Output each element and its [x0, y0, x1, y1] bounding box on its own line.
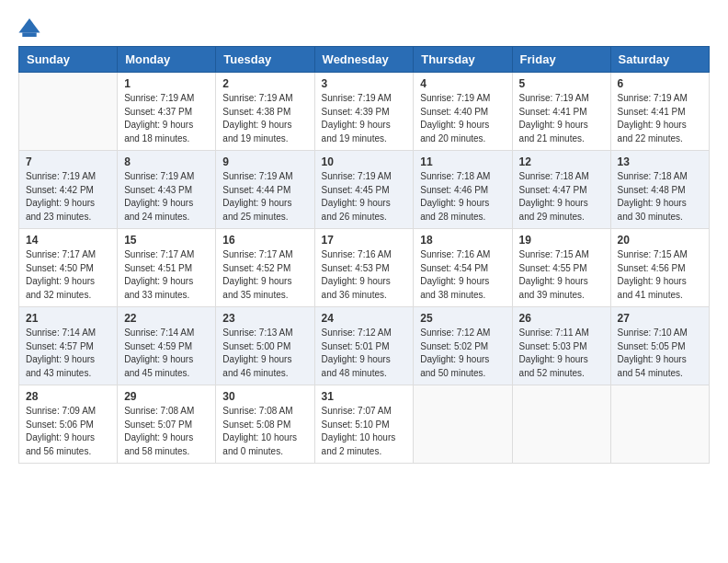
cell-info: Sunrise: 7:08 AM Sunset: 5:08 PM Dayligh… — [222, 405, 307, 458]
calendar-cell: 23Sunrise: 7:13 AM Sunset: 5:00 PM Dayli… — [216, 307, 314, 385]
col-header-monday: Monday — [118, 47, 216, 73]
day-number: 16 — [222, 234, 307, 247]
page-header — [18, 18, 710, 37]
cell-info: Sunrise: 7:18 AM Sunset: 4:47 PM Dayligh… — [519, 170, 604, 224]
calendar-cell: 3Sunrise: 7:19 AM Sunset: 4:39 PM Daylig… — [314, 73, 414, 151]
cell-info: Sunrise: 7:12 AM Sunset: 5:02 PM Dayligh… — [420, 327, 505, 380]
calendar-cell: 16Sunrise: 7:17 AM Sunset: 4:52 PM Dayli… — [216, 229, 314, 307]
day-number: 26 — [519, 312, 604, 325]
day-number: 6 — [618, 77, 702, 90]
cell-info: Sunrise: 7:16 AM Sunset: 4:53 PM Dayligh… — [322, 248, 407, 302]
day-number: 30 — [222, 390, 307, 403]
day-number: 10 — [322, 155, 407, 168]
svg-marker-0 — [18, 18, 40, 32]
col-header-wednesday: Wednesday — [314, 47, 414, 73]
svg-rect-1 — [22, 32, 36, 37]
week-row-1: 1Sunrise: 7:19 AM Sunset: 4:37 PM Daylig… — [19, 73, 710, 151]
calendar-cell: 29Sunrise: 7:08 AM Sunset: 5:07 PM Dayli… — [118, 385, 216, 464]
calendar-cell: 5Sunrise: 7:19 AM Sunset: 4:41 PM Daylig… — [512, 73, 610, 151]
cell-info: Sunrise: 7:19 AM Sunset: 4:40 PM Dayligh… — [420, 92, 505, 145]
day-number: 27 — [618, 312, 702, 325]
calendar-cell: 6Sunrise: 7:19 AM Sunset: 4:41 PM Daylig… — [610, 73, 709, 151]
calendar-cell: 4Sunrise: 7:19 AM Sunset: 4:40 PM Daylig… — [414, 73, 512, 151]
col-header-tuesday: Tuesday — [216, 47, 314, 73]
calendar-cell: 27Sunrise: 7:10 AM Sunset: 5:05 PM Dayli… — [610, 307, 709, 385]
week-row-2: 7Sunrise: 7:19 AM Sunset: 4:42 PM Daylig… — [19, 151, 710, 229]
cell-info: Sunrise: 7:18 AM Sunset: 4:46 PM Dayligh… — [420, 170, 505, 224]
day-number: 20 — [618, 234, 702, 247]
cell-info: Sunrise: 7:19 AM Sunset: 4:39 PM Dayligh… — [322, 92, 407, 145]
calendar-cell: 17Sunrise: 7:16 AM Sunset: 4:53 PM Dayli… — [314, 229, 414, 307]
cell-info: Sunrise: 7:12 AM Sunset: 5:01 PM Dayligh… — [322, 327, 407, 380]
calendar-cell: 18Sunrise: 7:16 AM Sunset: 4:54 PM Dayli… — [414, 229, 512, 307]
day-number: 12 — [519, 155, 604, 168]
cell-info: Sunrise: 7:15 AM Sunset: 4:56 PM Dayligh… — [618, 248, 702, 302]
calendar-cell: 11Sunrise: 7:18 AM Sunset: 4:46 PM Dayli… — [414, 151, 512, 229]
calendar-cell: 21Sunrise: 7:14 AM Sunset: 4:57 PM Dayli… — [19, 307, 118, 385]
calendar-cell: 31Sunrise: 7:07 AM Sunset: 5:10 PM Dayli… — [314, 385, 414, 464]
calendar-cell — [414, 385, 512, 464]
logo — [18, 18, 44, 37]
calendar-cell: 19Sunrise: 7:15 AM Sunset: 4:55 PM Dayli… — [512, 229, 610, 307]
day-number: 9 — [222, 155, 307, 168]
calendar-cell: 12Sunrise: 7:18 AM Sunset: 4:47 PM Dayli… — [512, 151, 610, 229]
cell-info: Sunrise: 7:19 AM Sunset: 4:41 PM Dayligh… — [519, 92, 604, 145]
calendar-cell: 7Sunrise: 7:19 AM Sunset: 4:42 PM Daylig… — [19, 151, 118, 229]
col-header-thursday: Thursday — [414, 47, 512, 73]
calendar-cell: 30Sunrise: 7:08 AM Sunset: 5:08 PM Dayli… — [216, 385, 314, 464]
cell-info: Sunrise: 7:09 AM Sunset: 5:06 PM Dayligh… — [26, 405, 110, 458]
day-number: 28 — [26, 390, 110, 403]
calendar-cell — [512, 385, 610, 464]
col-header-sunday: Sunday — [19, 47, 118, 73]
calendar-cell — [610, 385, 709, 464]
calendar-cell: 10Sunrise: 7:19 AM Sunset: 4:45 PM Dayli… — [314, 151, 414, 229]
calendar-cell: 1Sunrise: 7:19 AM Sunset: 4:37 PM Daylig… — [118, 73, 216, 151]
day-number: 4 — [420, 77, 505, 90]
day-number: 5 — [519, 77, 604, 90]
cell-info: Sunrise: 7:19 AM Sunset: 4:37 PM Dayligh… — [124, 92, 209, 145]
calendar-cell: 14Sunrise: 7:17 AM Sunset: 4:50 PM Dayli… — [19, 229, 118, 307]
cell-info: Sunrise: 7:19 AM Sunset: 4:42 PM Dayligh… — [26, 170, 110, 224]
day-number: 23 — [222, 312, 307, 325]
calendar-cell: 28Sunrise: 7:09 AM Sunset: 5:06 PM Dayli… — [19, 385, 118, 464]
cell-info: Sunrise: 7:14 AM Sunset: 4:59 PM Dayligh… — [124, 327, 209, 380]
calendar-cell: 22Sunrise: 7:14 AM Sunset: 4:59 PM Dayli… — [118, 307, 216, 385]
day-number: 17 — [322, 234, 407, 247]
day-number: 19 — [519, 234, 604, 247]
cell-info: Sunrise: 7:19 AM Sunset: 4:43 PM Dayligh… — [124, 170, 209, 224]
calendar-cell — [19, 73, 118, 151]
day-number: 3 — [322, 77, 407, 90]
cell-info: Sunrise: 7:10 AM Sunset: 5:05 PM Dayligh… — [618, 327, 702, 380]
day-number: 18 — [420, 234, 505, 247]
cell-info: Sunrise: 7:11 AM Sunset: 5:03 PM Dayligh… — [519, 327, 604, 380]
day-number: 7 — [26, 155, 110, 168]
week-row-4: 21Sunrise: 7:14 AM Sunset: 4:57 PM Dayli… — [19, 307, 710, 385]
day-number: 2 — [222, 77, 307, 90]
cell-info: Sunrise: 7:08 AM Sunset: 5:07 PM Dayligh… — [124, 405, 209, 458]
calendar-table: SundayMondayTuesdayWednesdayThursdayFrid… — [18, 46, 710, 464]
cell-info: Sunrise: 7:17 AM Sunset: 4:50 PM Dayligh… — [26, 248, 110, 302]
calendar-cell: 2Sunrise: 7:19 AM Sunset: 4:38 PM Daylig… — [216, 73, 314, 151]
day-number: 13 — [618, 155, 702, 168]
calendar-cell: 24Sunrise: 7:12 AM Sunset: 5:01 PM Dayli… — [314, 307, 414, 385]
logo-icon — [18, 18, 40, 37]
cell-info: Sunrise: 7:19 AM Sunset: 4:45 PM Dayligh… — [322, 170, 407, 224]
day-number: 14 — [26, 234, 110, 247]
week-row-3: 14Sunrise: 7:17 AM Sunset: 4:50 PM Dayli… — [19, 229, 710, 307]
cell-info: Sunrise: 7:19 AM Sunset: 4:38 PM Dayligh… — [222, 92, 307, 145]
cell-info: Sunrise: 7:18 AM Sunset: 4:48 PM Dayligh… — [618, 170, 702, 224]
day-number: 11 — [420, 155, 505, 168]
day-number: 15 — [124, 234, 209, 247]
col-header-saturday: Saturday — [610, 47, 709, 73]
cell-info: Sunrise: 7:14 AM Sunset: 4:57 PM Dayligh… — [26, 327, 110, 380]
day-number: 24 — [322, 312, 407, 325]
calendar-header-row: SundayMondayTuesdayWednesdayThursdayFrid… — [19, 47, 710, 73]
calendar-cell: 8Sunrise: 7:19 AM Sunset: 4:43 PM Daylig… — [118, 151, 216, 229]
day-number: 22 — [124, 312, 209, 325]
calendar-cell: 13Sunrise: 7:18 AM Sunset: 4:48 PM Dayli… — [610, 151, 709, 229]
calendar-cell: 20Sunrise: 7:15 AM Sunset: 4:56 PM Dayli… — [610, 229, 709, 307]
day-number: 1 — [124, 77, 209, 90]
day-number: 8 — [124, 155, 209, 168]
week-row-5: 28Sunrise: 7:09 AM Sunset: 5:06 PM Dayli… — [19, 385, 710, 464]
cell-info: Sunrise: 7:13 AM Sunset: 5:00 PM Dayligh… — [222, 327, 307, 380]
